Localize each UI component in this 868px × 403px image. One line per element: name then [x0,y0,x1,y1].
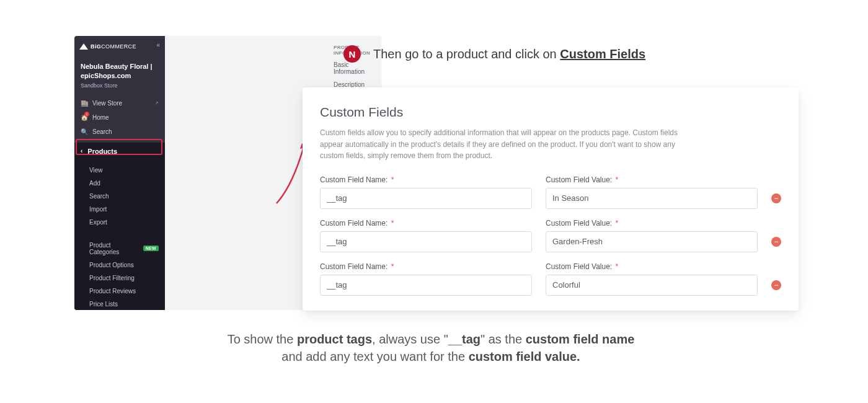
view-store-label: View Store [92,100,122,107]
cf-name-input[interactable] [320,188,532,209]
cf-value-label: Custom Field Value: * [546,219,758,228]
chevron-left-icon: ‹ [81,148,82,154]
step-badge: N [343,45,361,63]
view-store-link[interactable]: 🏬 View Store ↗ [74,96,165,110]
subnav-view[interactable]: View [74,164,165,177]
cf-name-label: Custom Field Name: * [320,175,532,184]
cf-value-input[interactable] [546,231,758,252]
cf-value-input[interactable] [546,275,758,296]
instruction-note: To show the product tags, always use "__… [74,330,787,365]
step-text: Then go to a product and click on Custom… [373,47,645,61]
remove-field-button[interactable]: − [771,237,781,247]
cf-name-input[interactable] [320,275,532,296]
store-icon: 🏬 [81,100,88,107]
step-link: Custom Fields [560,47,645,61]
home-label: Home [92,114,109,121]
subnav-search[interactable]: Search [74,190,165,203]
cf-value-input[interactable] [546,188,758,209]
nav-price-lists[interactable]: Price Lists [74,298,165,310]
nav-product-categories[interactable]: Product Categories NEW [74,239,165,259]
logo-caret-icon [79,43,88,50]
cf-value-label: Custom Field Value: * [546,262,758,271]
notification-badge: 1 [84,112,89,117]
products-label: Products [87,148,117,155]
cf-name-input[interactable] [320,231,532,252]
cf-name-label: Custom Field Name: * [320,219,532,228]
custom-fields-panel: Custom Fields Custom fields allow you to… [303,87,799,311]
subnav-import[interactable]: Import [74,203,165,216]
primary-sidebar: BiGCOMMERCE « Nebula Beauty Floral | epi… [74,36,165,310]
cf-row: Custom Field Name: * Custom Field Value:… [320,175,781,209]
cf-title: Custom Fields [320,105,781,120]
home-link[interactable]: 🏠1 Home [74,110,165,125]
cf-name-label: Custom Field Name: * [320,262,532,271]
store-name: Nebula Beauty Floral | epicShops.com [81,62,159,81]
cf-description: Custom fields allow you to specify addit… [320,127,692,162]
cf-value-label: Custom Field Value: * [546,175,758,184]
search-label: Search [92,128,112,135]
nav-product-options[interactable]: Product Options [74,259,165,272]
new-badge: NEW [143,246,159,251]
step-callout: N Then go to a product and click on Cust… [343,45,645,63]
products-extra: Product Categories NEW Product Options P… [74,234,165,310]
cf-row: Custom Field Name: * Custom Field Value:… [320,219,781,252]
products-subnav: View Add Search Import Export [74,160,165,234]
logo-text: BiGCOMMERCE [91,43,136,50]
subnav-add[interactable]: Add [74,177,165,190]
subnav-export[interactable]: Export [74,216,165,229]
nav-product-filtering[interactable]: Product Filtering [74,272,165,285]
search-icon: 🔍 [81,128,88,135]
home-icon: 🏠1 [81,114,88,121]
top-links: 🏬 View Store ↗ 🏠1 Home 🔍 Search [74,92,165,139]
store-info: Nebula Beauty Floral | epicShops.com San… [74,57,165,92]
cf-row: Custom Field Name: * Custom Field Value:… [320,262,781,296]
bigcommerce-logo: BiGCOMMERCE « [74,36,165,57]
remove-field-button[interactable]: − [771,280,781,290]
step-letter: N [349,49,356,60]
remove-field-button[interactable]: − [771,193,781,203]
products-nav: ‹ Products View Add Search Import Export… [74,143,165,310]
store-type: Sandbox Store [81,82,159,89]
collapse-sidebar-icon[interactable]: « [156,42,160,48]
nav-product-reviews[interactable]: Product Reviews [74,285,165,298]
search-link[interactable]: 🔍 Search [74,125,165,139]
products-heading[interactable]: ‹ Products [74,143,165,160]
external-link-icon: ↗ [154,100,159,106]
